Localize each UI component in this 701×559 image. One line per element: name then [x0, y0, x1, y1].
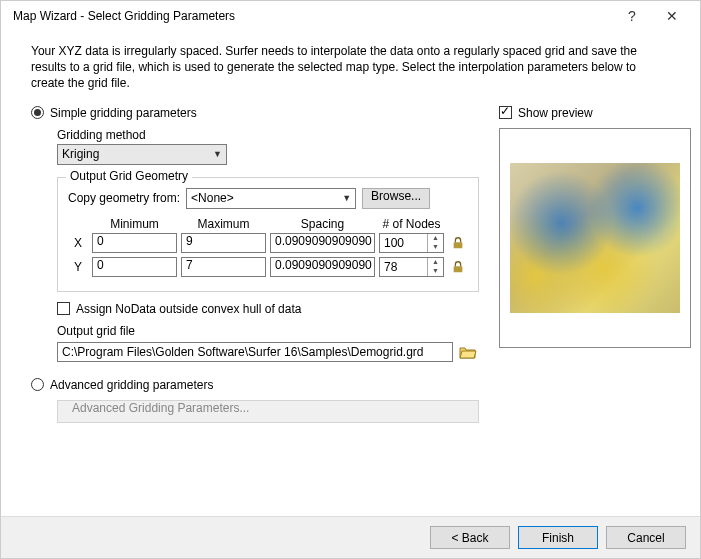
copy-geometry-dropdown[interactable]: <None> ▼ [186, 188, 356, 209]
copy-geometry-label: Copy geometry from: [68, 191, 180, 205]
y-min-input[interactable]: 0 [92, 257, 177, 277]
preview-panel [499, 128, 691, 348]
col-max-header: Maximum [181, 217, 266, 231]
help-button[interactable]: ? [612, 8, 652, 24]
finish-button[interactable]: Finish [518, 526, 598, 549]
checkbox-icon [499, 106, 512, 119]
open-folder-button[interactable] [457, 342, 479, 362]
x-row-label: X [68, 236, 88, 250]
x-nodes-value: 100 [380, 234, 427, 252]
intro-text: Your XYZ data is irregularly spaced. Sur… [31, 43, 680, 92]
x-min-input[interactable]: 0 [92, 233, 177, 253]
y-nodes-stepper[interactable]: 78 ▲▼ [379, 257, 444, 277]
gridding-method-dropdown[interactable]: Kriging ▼ [57, 144, 227, 165]
y-row-label: Y [68, 260, 88, 274]
chevron-down-icon[interactable]: ▼ [428, 267, 443, 276]
y-lock-icon[interactable] [448, 260, 468, 274]
checkbox-icon [57, 302, 70, 315]
preview-image [510, 163, 680, 313]
assign-nodata-checkbox[interactable]: Assign NoData outside convex hull of dat… [57, 302, 479, 316]
footer-bar: < Back Finish Cancel [1, 516, 700, 558]
geometry-legend: Output Grid Geometry [66, 169, 192, 183]
radio-dot-icon [31, 106, 44, 119]
x-nodes-stepper[interactable]: 100 ▲▼ [379, 233, 444, 253]
show-preview-label: Show preview [518, 106, 593, 120]
advanced-gridding-label: Advanced gridding parameters [50, 378, 213, 392]
simple-gridding-label: Simple gridding parameters [50, 106, 197, 120]
col-nodes-header: # of Nodes [379, 217, 444, 231]
advanced-gridding-parameters-button: Advanced Gridding Parameters... [57, 400, 479, 423]
col-spacing-header: Spacing [270, 217, 375, 231]
chevron-down-icon[interactable]: ▼ [428, 243, 443, 252]
back-button[interactable]: < Back [430, 526, 510, 549]
simple-gridding-radio[interactable]: Simple gridding parameters [31, 106, 479, 120]
assign-nodata-label: Assign NoData outside convex hull of dat… [76, 302, 301, 316]
x-spacing-input[interactable]: 0.0909090909090 [270, 233, 375, 253]
output-grid-label: Output grid file [57, 324, 479, 338]
copy-geometry-value: <None> [191, 191, 234, 205]
radio-dot-icon [31, 378, 44, 391]
col-min-header: Minimum [92, 217, 177, 231]
show-preview-checkbox[interactable]: Show preview [499, 106, 691, 120]
x-max-input[interactable]: 9 [181, 233, 266, 253]
output-grid-input[interactable]: C:\Program Files\Golden Software\Surfer … [57, 342, 453, 362]
cancel-button[interactable]: Cancel [606, 526, 686, 549]
y-nodes-value: 78 [380, 258, 427, 276]
svg-rect-0 [454, 242, 463, 248]
chevron-down-icon: ▼ [342, 193, 351, 203]
x-lock-icon[interactable] [448, 236, 468, 250]
titlebar: Map Wizard - Select Gridding Parameters … [1, 1, 700, 31]
chevron-down-icon: ▼ [213, 149, 222, 159]
advanced-gridding-radio[interactable]: Advanced gridding parameters [31, 378, 479, 392]
y-max-input[interactable]: 7 [181, 257, 266, 277]
chevron-up-icon[interactable]: ▲ [428, 234, 443, 243]
chevron-up-icon[interactable]: ▲ [428, 258, 443, 267]
wizard-window: Map Wizard - Select Gridding Parameters … [0, 0, 701, 559]
gridding-method-value: Kriging [62, 147, 99, 161]
gridding-method-label: Gridding method [57, 128, 479, 142]
output-grid-geometry-fieldset: Output Grid Geometry Copy geometry from:… [57, 177, 479, 292]
y-spacing-input[interactable]: 0.0909090909090 [270, 257, 375, 277]
window-title: Map Wizard - Select Gridding Parameters [13, 9, 612, 23]
browse-button[interactable]: Browse... [362, 188, 430, 209]
svg-rect-1 [454, 266, 463, 272]
close-button[interactable]: ✕ [652, 8, 692, 24]
